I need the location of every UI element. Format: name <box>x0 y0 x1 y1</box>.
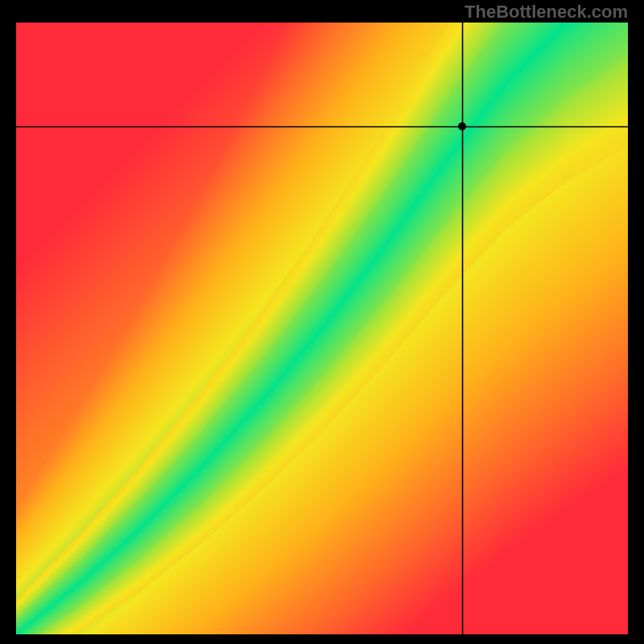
bottleneck-heatmap-canvas <box>16 23 628 634</box>
attribution-watermark: TheBottleneck.com <box>464 2 628 23</box>
chart-container: TheBottleneck.com <box>0 0 644 644</box>
